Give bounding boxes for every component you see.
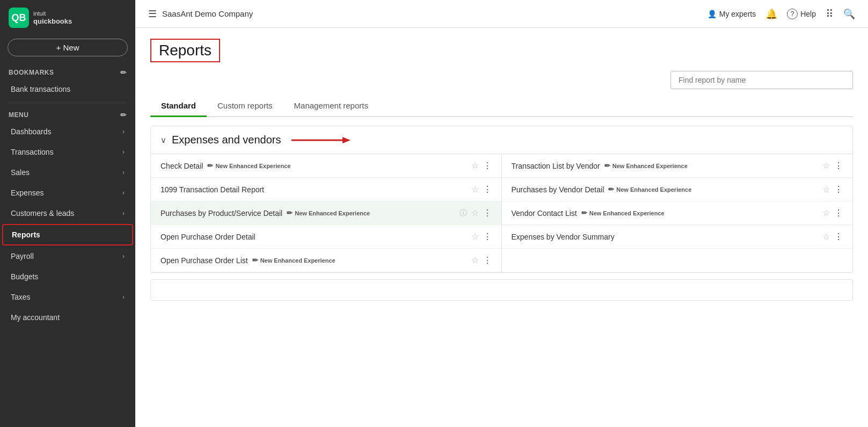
tabs: Standard Custom reports Management repor… — [150, 96, 853, 117]
sidebar-item-taxes[interactable]: Taxes › — [2, 287, 133, 307]
chevron-down-icon: ∨ — [161, 135, 166, 145]
info-icon[interactable]: ⓘ — [459, 208, 467, 218]
tab-standard[interactable]: Standard — [150, 96, 207, 117]
sidebar-item-sales[interactable]: Sales › — [2, 163, 133, 182]
more-options-icon[interactable]: ⋮ — [483, 208, 492, 218]
chevron-right-icon: › — [122, 128, 125, 135]
page-title-wrapper: Reports — [150, 39, 220, 62]
main-area: ☰ SaasAnt Demo Company 👤 My experts 🔔 ? … — [135, 0, 868, 427]
more-options-icon[interactable]: ⋮ — [834, 161, 843, 171]
chevron-right-icon: › — [122, 252, 125, 260]
sidebar-item-reports[interactable]: Reports — [2, 224, 133, 245]
chevron-right-icon: › — [122, 148, 125, 156]
help-button[interactable]: ? Help — [787, 9, 816, 19]
report-search-input[interactable] — [670, 71, 853, 89]
star-icon[interactable]: ☆ — [822, 161, 830, 171]
pencil-icon: ✏ — [287, 209, 293, 217]
more-options-icon[interactable]: ⋮ — [483, 255, 492, 265]
pencil-icon: ✏ — [608, 185, 614, 193]
chevron-right-icon: › — [122, 189, 125, 197]
star-icon[interactable]: ☆ — [471, 184, 479, 194]
pencil-icon: ✏ — [581, 209, 587, 217]
report-item-open-purchase-order-list: Open Purchase Order List ✏ New Enhanced … — [151, 249, 501, 272]
bookmarks-section-header: BOOKMARKS ✏ — [0, 64, 135, 79]
report-item-transaction-list-vendor: Transaction List by Vendor ✏ New Enhance… — [502, 154, 853, 178]
company-name: SaasAnt Demo Company — [162, 9, 253, 18]
red-arrow-annotation — [291, 135, 351, 146]
badge-new-enhanced: ✏ New Enhanced Experience — [608, 185, 691, 193]
star-icon[interactable]: ☆ — [471, 255, 479, 265]
sidebar-item-bank-transactions[interactable]: Bank transactions — [2, 79, 133, 99]
more-options-icon[interactable]: ⋮ — [483, 161, 492, 171]
report-item-1099: 1099 Transaction Detail Report ☆ ⋮ — [151, 178, 501, 201]
star-icon[interactable]: ☆ — [471, 231, 479, 242]
apps-icon[interactable]: ⠿ — [826, 8, 834, 20]
bottom-section — [150, 279, 853, 301]
section-title: Expenses and vendors — [172, 134, 281, 146]
my-experts-button[interactable]: 👤 My experts — [707, 10, 756, 18]
new-button[interactable]: + New — [8, 39, 128, 56]
topbar-right: 👤 My experts 🔔 ? Help ⠿ 🔍 — [707, 8, 855, 20]
star-icon[interactable]: ☆ — [822, 208, 830, 218]
sidebar-item-customers-leads[interactable]: Customers & leads › — [2, 204, 133, 223]
search-icon[interactable]: 🔍 — [843, 8, 855, 20]
tab-management-reports[interactable]: Management reports — [283, 96, 379, 117]
menu-edit-icon[interactable]: ✏ — [120, 111, 127, 119]
sidebar-divider — [9, 103, 127, 103]
quickbooks-logo: QB — [9, 8, 29, 28]
sidebar-item-my-accountant[interactable]: My accountant — [2, 308, 133, 327]
more-options-icon[interactable]: ⋮ — [483, 184, 492, 194]
reports-grid: Check Detail ✏ New Enhanced Experience ☆… — [151, 154, 852, 272]
reports-col-right: Transaction List by Vendor ✏ New Enhance… — [502, 154, 853, 272]
person-icon: 👤 — [707, 10, 717, 18]
badge-new-enhanced: ✏ New Enhanced Experience — [604, 162, 688, 170]
sidebar-item-expenses[interactable]: Expenses › — [2, 183, 133, 202]
question-icon: ? — [787, 9, 798, 19]
hamburger-icon[interactable]: ☰ — [148, 8, 157, 20]
badge-new-enhanced: ✏ New Enhanced Experience — [207, 162, 290, 170]
menu-section-header: MENU ✏ — [0, 106, 135, 121]
chevron-right-icon: › — [122, 209, 125, 217]
sidebar-item-payroll[interactable]: Payroll › — [2, 247, 133, 266]
search-bar-row — [150, 71, 853, 89]
pencil-icon: ✏ — [604, 162, 610, 170]
reports-col-left: Check Detail ✏ New Enhanced Experience ☆… — [151, 154, 502, 272]
brand-name: intuit quickbooks — [33, 10, 72, 26]
more-options-icon[interactable]: ⋮ — [834, 184, 843, 194]
sidebar-item-dashboards[interactable]: Dashboards › — [2, 122, 133, 141]
more-options-icon[interactable]: ⋮ — [834, 231, 843, 242]
tab-custom-reports[interactable]: Custom reports — [207, 96, 283, 117]
star-icon[interactable]: ☆ — [471, 208, 479, 218]
star-icon[interactable]: ☆ — [822, 184, 830, 194]
topbar-left: ☰ SaasAnt Demo Company — [148, 8, 253, 20]
badge-new-enhanced: ✏ New Enhanced Experience — [581, 209, 665, 217]
star-icon[interactable]: ☆ — [822, 231, 830, 242]
report-item-open-purchase-order-detail: Open Purchase Order Detail ☆ ⋮ — [151, 225, 501, 249]
sidebar-item-transactions[interactable]: Transactions › — [2, 142, 133, 162]
pencil-icon: ✏ — [207, 162, 213, 170]
svg-marker-1 — [342, 137, 351, 143]
page-title: Reports — [159, 42, 211, 59]
report-item-check-detail: Check Detail ✏ New Enhanced Experience ☆… — [151, 154, 501, 178]
chevron-right-icon: › — [122, 293, 125, 301]
star-icon[interactable]: ☆ — [471, 161, 479, 171]
more-options-icon[interactable]: ⋮ — [834, 208, 843, 218]
badge-new-enhanced: ✏ New Enhanced Experience — [252, 256, 335, 264]
report-item-purchases-vendor-detail: Purchases by Vendor Detail ✏ New Enhance… — [502, 178, 853, 201]
report-item-expenses-vendor-summary: Expenses by Vendor Summary ☆ ⋮ — [502, 225, 853, 249]
chevron-right-icon: › — [122, 169, 125, 176]
report-item-vendor-contact-list: Vendor Contact List ✏ New Enhanced Exper… — [502, 201, 853, 225]
reports-section: ∨ Expenses and vendors Check Detail — [150, 126, 853, 273]
report-item-purchases-product: Purchases by Product/Service Detail ✏ Ne… — [151, 201, 501, 225]
sidebar-item-budgets[interactable]: Budgets — [2, 267, 133, 286]
notification-icon[interactable]: 🔔 — [765, 8, 777, 20]
topbar: ☰ SaasAnt Demo Company 👤 My experts 🔔 ? … — [135, 0, 868, 28]
logo-area: QB intuit quickbooks — [0, 0, 135, 35]
bookmarks-edit-icon[interactable]: ✏ — [120, 68, 127, 77]
pencil-icon: ✏ — [252, 256, 258, 264]
content-area: Reports Standard Custom reports Manageme… — [135, 28, 868, 427]
section-title-row: ∨ Expenses and vendors — [151, 126, 852, 154]
sidebar: QB intuit quickbooks + New BOOKMARKS ✏ B… — [0, 0, 135, 427]
badge-new-enhanced: ✏ New Enhanced Experience — [287, 209, 370, 217]
more-options-icon[interactable]: ⋮ — [483, 231, 492, 242]
